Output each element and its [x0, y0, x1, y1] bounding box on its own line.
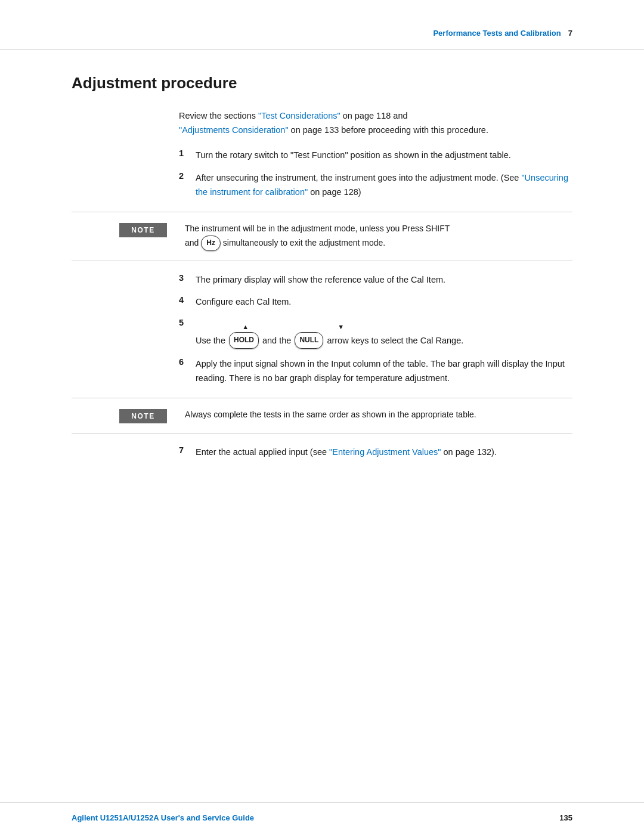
step-1-number: 1 — [179, 148, 196, 158]
steps-list-3: 7 Enter the actual applied input (see "E… — [179, 445, 572, 460]
step-3-text: The primary display will show the refere… — [196, 273, 572, 287]
step-7-before-link: Enter the actual applied input (see — [196, 447, 329, 457]
step-7-after-link: on page 132). — [441, 447, 497, 457]
step-7-number: 7 — [179, 445, 196, 455]
page-header: Performance Tests and Calibration 7 — [0, 0, 644, 50]
intro-paragraph: Review the sections "Test Considerations… — [179, 109, 572, 138]
step-3-number: 3 — [179, 273, 196, 283]
note-2-text: Always complete the tests in the same or… — [185, 408, 572, 422]
null-key: NULL — [295, 332, 323, 349]
chapter-title: Performance Tests and Calibration — [433, 29, 561, 38]
step-5-and: and the — [262, 333, 291, 348]
step-5: 5 Use the ▲ ▼ — [179, 318, 572, 349]
step-2-text: After unsecuring the instrument, the ins… — [196, 171, 572, 200]
step-2-after-link: on page 128) — [308, 187, 361, 197]
hz-key: Hz — [201, 236, 221, 251]
step-4: 4 Configure each Cal Item. — [179, 295, 572, 309]
intro-before-link1: Review the sections — [179, 111, 258, 120]
note-1-badge: NOTE — [119, 223, 167, 237]
steps-list-2: 3 The primary display will show the refe… — [179, 273, 572, 386]
step-7: 7 Enter the actual applied input (see "E… — [179, 445, 572, 460]
intro-after-link1: on page 118 and — [340, 111, 408, 120]
note-1: NOTE The instrument will be in the adjus… — [72, 212, 572, 261]
step-1-text: Turn the rotary switch to "Test Function… — [196, 148, 572, 163]
header-page-number: 7 — [568, 29, 572, 38]
note-1-after: simultaneously to exit the adjustment mo… — [223, 237, 385, 247]
step-6: 6 Apply the input signal shown in the In… — [179, 357, 572, 386]
footer-page-number: 135 — [559, 813, 572, 822]
test-considerations-link[interactable]: "Test Considerations" — [258, 111, 340, 120]
steps-list-1: 1 Turn the rotary switch to "Test Functi… — [179, 148, 572, 200]
step-1: 1 Turn the rotary switch to "Test Functi… — [179, 148, 572, 163]
step-2: 2 After unsecuring the instrument, the i… — [179, 171, 572, 200]
step-7-text: Enter the actual applied input (see "Ent… — [196, 445, 572, 460]
section-title: Adjustment procedure — [72, 74, 572, 92]
entering-adjustment-link[interactable]: "Entering Adjustment Values" — [329, 447, 441, 457]
main-content: Adjustment procedure Review the sections… — [0, 56, 644, 492]
note-1-before: The instrument will be in the adjustment… — [185, 224, 450, 233]
step-6-number: 6 — [179, 357, 196, 367]
page-footer: Agilent U1251A/U1252A User's and Service… — [0, 802, 644, 833]
step-5-text: Use the ▲ ▼ Use the HOLD — [196, 318, 572, 349]
step-5-after: arrow keys to select the Cal Range. — [327, 333, 463, 348]
hold-key: HOLD — [229, 332, 259, 349]
footer-title: Agilent U1251A/U1252A User's and Service… — [72, 813, 254, 822]
intro-after-link2: on page 133 before proceeding with this … — [289, 125, 488, 135]
step-4-number: 4 — [179, 295, 196, 305]
step-5-number: 5 — [179, 318, 196, 327]
note-2: NOTE Always complete the tests in the sa… — [72, 398, 572, 433]
intro-text: Review the sections "Test Considerations… — [179, 111, 488, 135]
step-5-use: Use the — [196, 333, 225, 348]
step-2-number: 2 — [179, 171, 196, 181]
page: Performance Tests and Calibration 7 Adju… — [0, 0, 644, 833]
note-2-badge: NOTE — [119, 409, 167, 423]
step-4-text: Configure each Cal Item. — [196, 295, 572, 309]
step-3: 3 The primary display will show the refe… — [179, 273, 572, 287]
note-1-text: The instrument will be in the adjustment… — [185, 222, 572, 251]
adjustments-consideration-link[interactable]: "Adjustments Consideration" — [179, 125, 289, 135]
step-2-before-link: After unsecuring the instrument, the ins… — [196, 173, 521, 182]
step-6-text: Apply the input signal shown in the Inpu… — [196, 357, 572, 386]
note-1-and: and — [185, 237, 201, 247]
